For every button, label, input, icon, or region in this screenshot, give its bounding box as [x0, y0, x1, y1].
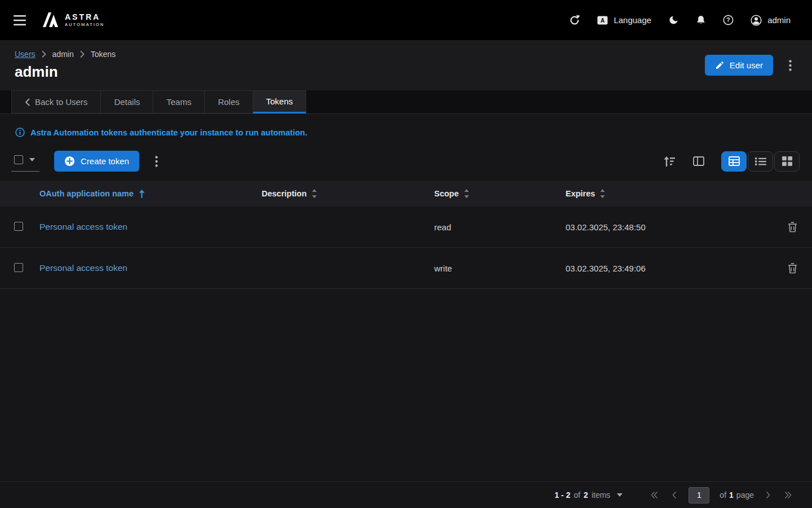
language-label: Language [614, 15, 651, 25]
page-actions-kebab-button[interactable] [785, 58, 795, 73]
trash-icon [788, 263, 797, 274]
info-alert: Astra Automation tokens authenticate you… [0, 114, 812, 137]
token-name-link[interactable]: Personal access token [39, 222, 127, 231]
brand-subname: AUTOMATION [65, 23, 104, 27]
refresh-button[interactable] [569, 15, 580, 26]
card-view-button[interactable] [774, 151, 800, 172]
notifications-button[interactable] [696, 15, 706, 25]
tab-roles[interactable]: Roles [205, 90, 253, 113]
table-header-row: OAuth application name Description Scope [0, 181, 812, 207]
sort-ascending-icon [139, 190, 145, 198]
help-button[interactable]: ? [723, 15, 734, 25]
nav-toggle-button[interactable] [14, 15, 26, 25]
row-checkbox[interactable] [14, 263, 23, 272]
caret-down-icon [617, 493, 623, 497]
sort-both-icon [312, 189, 317, 198]
user-label: admin [767, 15, 791, 25]
toolbar: Create token [0, 137, 812, 172]
brand-name: ASTRA [65, 13, 104, 21]
items-range: 1 - 2 [554, 491, 570, 500]
toolbar-kebab-button[interactable] [152, 154, 161, 169]
view-toggle-group [721, 151, 800, 172]
svg-text:A: A [601, 17, 604, 23]
columns-icon [693, 156, 704, 166]
plus-circle-icon [64, 156, 75, 167]
column-header-oauth-application-name[interactable]: OAuth application name [39, 189, 145, 198]
row-checkbox[interactable] [14, 222, 23, 231]
token-scope: write [434, 264, 566, 273]
delete-token-button[interactable] [785, 261, 800, 276]
token-name-link[interactable]: Personal access token [39, 263, 127, 273]
hamburger-icon [14, 15, 26, 25]
info-alert-text: Astra Automation tokens authenticate you… [30, 128, 307, 137]
manage-columns-button[interactable] [690, 153, 708, 169]
refresh-icon [569, 15, 580, 26]
last-page-button[interactable] [783, 489, 794, 501]
delete-token-button[interactable] [785, 220, 800, 235]
list-view-button[interactable] [748, 151, 773, 172]
breadcrumb-users-link[interactable]: Users [15, 50, 36, 59]
language-icon: A [597, 16, 608, 25]
language-menu-button[interactable]: A Language [597, 15, 651, 25]
pagination-bar: 1 - 2 of 2 items of 1 page [0, 481, 812, 508]
select-all-checkbox[interactable] [14, 155, 23, 164]
chevron-right-icon [80, 51, 85, 58]
token-scope: read [434, 222, 566, 232]
token-expires: 03.02.3025, 23:48:50 [566, 222, 773, 232]
table-view-icon [729, 156, 740, 166]
user-icon [751, 15, 762, 26]
tokens-table: OAuth application name Description Scope [0, 181, 812, 289]
trash-icon [788, 222, 797, 233]
breadcrumb-current: Tokens [91, 50, 116, 59]
previous-page-button[interactable] [670, 489, 678, 501]
tab-bar: Back to Users Details Teams Roles Tokens [0, 90, 812, 114]
table-row: Personal access token write 03.02.3025, … [0, 248, 812, 289]
angle-double-right-icon [784, 491, 792, 499]
column-header-description[interactable]: Description [262, 189, 317, 198]
column-header-scope[interactable]: Scope [434, 189, 469, 198]
tab-teams[interactable]: Teams [153, 90, 205, 113]
page-header: Users admin Tokens admin Edit user [0, 40, 812, 90]
tab-back-to-users[interactable]: Back to Users [11, 90, 101, 113]
pencil-icon [715, 61, 724, 70]
kebab-icon [789, 60, 792, 71]
top-navbar: ASTRA AUTOMATION A Language ? admin [0, 0, 812, 40]
column-header-expires[interactable]: Expires [566, 189, 605, 198]
breadcrumb-user: admin [52, 50, 74, 59]
create-token-button[interactable]: Create token [54, 151, 139, 172]
theme-toggle-button[interactable] [668, 15, 679, 25]
caret-down-icon [29, 158, 35, 161]
page-number-input[interactable] [689, 487, 709, 503]
items-total: 2 [584, 491, 588, 500]
chevron-left-icon [25, 98, 30, 106]
edit-user-button[interactable]: Edit user [705, 55, 773, 76]
grid-view-icon [782, 156, 792, 166]
tab-tokens[interactable]: Tokens [253, 90, 307, 113]
tab-details[interactable]: Details [101, 90, 153, 113]
svg-text:?: ? [726, 17, 730, 23]
items-per-page-dropdown[interactable]: 1 - 2 of 2 items [554, 491, 623, 500]
sort-order-button[interactable] [660, 153, 678, 170]
breadcrumb: Users admin Tokens [15, 50, 116, 59]
user-menu-button[interactable]: admin [751, 15, 791, 26]
angle-right-icon [766, 491, 771, 499]
chevron-right-icon [42, 51, 46, 58]
bulk-select-dropdown[interactable] [11, 151, 39, 172]
tab-back-label: Back to Users [35, 97, 87, 107]
angle-double-left-icon [650, 491, 658, 499]
brand-logo: ASTRA AUTOMATION [43, 12, 104, 28]
table-view-button[interactable] [721, 151, 747, 172]
sort-both-icon [600, 189, 605, 198]
info-icon [15, 128, 25, 137]
page-count-label: of 1 page [720, 491, 754, 500]
table-row: Personal access token read 03.02.3025, 2… [0, 207, 812, 248]
next-page-button[interactable] [764, 489, 773, 501]
list-view-icon [755, 157, 766, 166]
sort-both-icon [464, 189, 469, 198]
help-icon: ? [723, 15, 734, 25]
page-title: admin [15, 63, 116, 81]
first-page-button[interactable] [648, 489, 660, 501]
edit-user-label: Edit user [730, 60, 763, 70]
token-expires: 03.02.3025, 23:49:06 [566, 264, 773, 273]
sort-amount-icon [664, 156, 675, 167]
